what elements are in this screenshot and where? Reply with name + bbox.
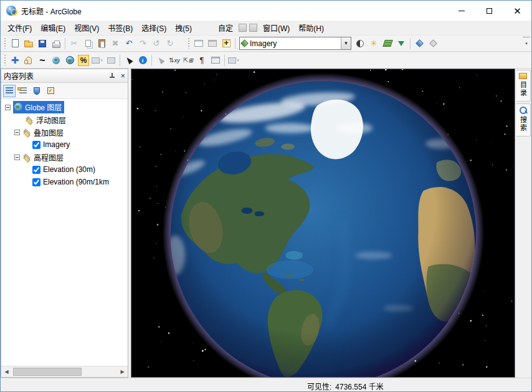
zoom-to-xy-button[interactable]: ⇅xy (168, 54, 181, 67)
animation-button[interactable] (412, 37, 426, 50)
toolbar-overflow-button[interactable]: ▾ (523, 37, 530, 50)
pin-icon[interactable] (108, 72, 115, 79)
toc-node-label: 浮动图层 (36, 115, 66, 125)
selected-node[interactable]: Globe 图层 (13, 101, 64, 113)
source-icon (19, 87, 27, 94)
layout-view-button[interactable] (206, 37, 219, 50)
full-extent-globe-icon (66, 56, 74, 64)
select-features-button[interactable] (154, 54, 168, 67)
dropdown-arrow-icon-2: ▾ (237, 58, 239, 62)
layer-group-icon (22, 128, 31, 136)
open-button[interactable] (22, 37, 36, 50)
hyperlink-button[interactable] (209, 54, 222, 67)
toc-node-elevation-30m[interactable]: Elevation (30m) (1, 163, 128, 176)
menu-geoprocessing[interactable]: 拽(5) (171, 21, 196, 35)
menu-help[interactable]: 帮助(H) (294, 21, 328, 35)
standard-toolbar: ✂ ✖ ↶ ↷ ↺ ↻ Imagery ▼ ✳ ▾ (1, 35, 531, 52)
toc-node-globe-layers[interactable]: Globe 图层 (1, 101, 128, 113)
identify-button[interactable]: i (136, 54, 150, 67)
globe-canvas[interactable] (131, 69, 515, 377)
toolbar-grip[interactable] (3, 38, 7, 49)
globe-view-button[interactable] (192, 37, 206, 50)
list-by-drawing-order-button[interactable] (3, 85, 16, 97)
measure-icon: ~ (39, 55, 45, 65)
copy-button[interactable] (81, 37, 95, 50)
combo-dropdown-button[interactable]: ▼ (341, 37, 351, 49)
full-extent-button[interactable] (63, 54, 77, 67)
toc-node-elevation-90m[interactable]: Elevation (90m/1km (1, 176, 128, 188)
select-arrow-button[interactable] (122, 54, 136, 67)
swipe-layer-button[interactable]: ▾ (90, 54, 104, 67)
globe-viewport[interactable] (131, 69, 515, 378)
pilcrow-icon: ¶ (200, 56, 204, 64)
catalog-tab-label: 目录 (518, 81, 528, 97)
menu-view[interactable]: 视图(V) (70, 21, 103, 35)
toc-close-icon[interactable]: × (120, 72, 125, 80)
catalog-tab[interactable]: 目录 (516, 70, 531, 102)
brightness-button[interactable]: ✳ (367, 37, 381, 50)
cut-button[interactable]: ✂ (67, 37, 81, 50)
add-data-button[interactable] (219, 37, 233, 50)
delete-button[interactable]: ✖ (108, 37, 122, 50)
refresh-forward-button[interactable]: ↻ (163, 37, 177, 50)
contrast-button[interactable] (353, 37, 367, 50)
save-button[interactable] (36, 37, 49, 50)
menu-bar: 文件(F) 编辑(E) 视图(V) 书签(B) 选择(S) 拽(5) 自定 窗口… (1, 21, 531, 35)
new-document-button[interactable] (8, 37, 22, 50)
print-button[interactable] (49, 37, 63, 50)
scroll-right-icon[interactable]: ▶ (117, 366, 128, 377)
extra-viewer-button[interactable]: ▾ (227, 54, 240, 67)
transparency-button[interactable] (394, 37, 408, 50)
menu-selection[interactable]: 选择(S) (137, 21, 171, 35)
toc-node-elevation-layers[interactable]: 高程图层 (1, 151, 128, 163)
menu-bookmarks[interactable]: 书签(B) (103, 21, 137, 35)
redo-button[interactable]: ↷ (136, 37, 150, 50)
pan-tool-button[interactable] (22, 54, 36, 67)
measure-tool-button[interactable]: ~ (36, 54, 49, 67)
maximize-button[interactable] (475, 1, 503, 21)
add-data-icon (222, 39, 230, 47)
find-button[interactable]: ¶ (195, 54, 209, 67)
floating-toolbar-icon[interactable] (239, 24, 247, 32)
undo-button[interactable]: ↶ (122, 37, 136, 50)
imagery-checkbox[interactable] (32, 141, 40, 149)
menu-edit[interactable]: 编辑(E) (36, 21, 70, 35)
layer-combo[interactable]: Imagery ▼ (239, 37, 351, 50)
list-by-selection-button[interactable]: ✓ (44, 85, 57, 97)
toc-node-imagery[interactable]: Imagery (1, 138, 128, 151)
list-by-visibility-button[interactable] (31, 85, 43, 97)
walk-tool-button[interactable]: % (77, 54, 90, 67)
extra-tool-button[interactable] (426, 37, 440, 50)
toc-node-draped-layers[interactable]: 叠加图层 (1, 126, 128, 138)
fly-tool-button[interactable] (49, 54, 63, 67)
toolbar-grip-3[interactable] (3, 55, 7, 65)
visibility-value: 4736.554 千米 (335, 381, 383, 391)
viewer-button[interactable] (104, 54, 118, 67)
floating-toolbar-icon-2[interactable] (249, 24, 257, 32)
toc-node-label: Elevation (30m) (43, 165, 95, 174)
scrollbar-thumb[interactable] (13, 368, 82, 376)
elevation-90m-checkbox[interactable] (32, 178, 40, 186)
toc-node-floating-layers[interactable]: 浮动图层 (1, 113, 128, 126)
navigate-tool-button[interactable]: ✚ (8, 54, 22, 67)
scroll-left-icon[interactable]: ◀ (1, 366, 12, 377)
refresh-back-button[interactable]: ↺ (150, 37, 163, 50)
collapse-icon[interactable] (14, 130, 20, 135)
list-by-source-button[interactable] (17, 85, 29, 97)
paste-button[interactable] (95, 37, 108, 50)
elevation-30m-checkbox[interactable] (32, 166, 40, 174)
menu-customize[interactable]: 自定 (214, 21, 237, 35)
target-arrows-icon: ⇱ (183, 57, 188, 64)
collapse-icon[interactable] (5, 105, 11, 110)
toc-horizontal-scrollbar[interactable]: ◀ ▶ (1, 366, 128, 377)
close-button[interactable]: ✕ (503, 1, 531, 21)
zoom-to-target-button[interactable]: ⇱⊞ (181, 54, 195, 67)
search-tab[interactable]: 搜索 (516, 103, 531, 136)
toolbar-grip-2[interactable] (187, 38, 191, 49)
menu-file[interactable]: 文件(F) (3, 21, 36, 35)
minimize-button[interactable] (447, 1, 475, 21)
right-dock: 目录 搜索 (515, 69, 531, 378)
menu-window[interactable]: 窗口(W) (259, 21, 294, 35)
collapse-icon[interactable] (14, 155, 20, 160)
layers-button[interactable] (381, 37, 394, 50)
